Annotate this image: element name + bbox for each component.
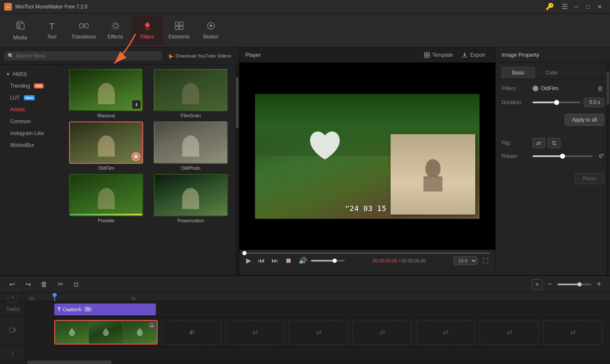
property-tabs: Basic Color — [496, 63, 610, 79]
prev-button[interactable]: ⏮ — [256, 256, 266, 265]
filter-blackcat[interactable]: ⬇ Blackcat — [66, 69, 147, 118]
filter-pixelate-thumb[interactable] — [69, 174, 143, 216]
reset-button[interactable]: Reset — [575, 173, 604, 184]
zoom-in-button[interactable]: + — [594, 279, 604, 290]
audio-track-label: ♪ — [0, 345, 25, 361]
stop-button[interactable]: ⏹ — [283, 256, 294, 265]
menu-button[interactable]: ☰ — [559, 3, 570, 11]
category-artistic[interactable]: Artistic — [0, 104, 61, 116]
right-panel-scrollbar[interactable] — [607, 63, 609, 275]
category-all[interactable]: ▼ All(83) — [0, 68, 61, 80]
filters-property-section: Filters: OldFilm 🗑 Duration: 5.0 s — [496, 79, 610, 133]
add-track-row[interactable]: + — [0, 293, 25, 301]
tool-elements[interactable]: Elements — [163, 16, 195, 45]
apply-to-all-button[interactable]: Apply to all — [565, 114, 604, 126]
cut-button[interactable]: ✂ — [54, 279, 66, 290]
player-header: Player Template Export — [239, 47, 495, 63]
tab-color[interactable]: Color — [535, 67, 568, 79]
ruler-0s: 0s — [30, 296, 34, 301]
empty-slot-7[interactable]: ⇄ — [543, 320, 602, 345]
crop-button[interactable]: ⊡ — [70, 279, 82, 290]
empty-slot-5[interactable]: ⇄ — [416, 320, 475, 345]
volume-slider[interactable] — [311, 260, 345, 262]
empty-slot-4[interactable]: ⇄ — [352, 320, 412, 345]
filter-pixelate[interactable]: Pixelate — [66, 174, 147, 223]
aspect-ratio-select[interactable]: 16:9 — [454, 256, 477, 265]
duration-controls: 5.0 s — [532, 98, 604, 107]
volume-dot — [333, 259, 337, 263]
filter-posterization[interactable]: Posterization — [150, 174, 232, 223]
redo-button[interactable]: ↪ — [22, 279, 34, 290]
delete-button[interactable]: 🗑 — [38, 279, 50, 290]
filter-dot-icon — [532, 85, 538, 91]
tool-effects[interactable]: Effects — [100, 16, 131, 45]
vid-thumb-1 — [55, 321, 89, 344]
tool-text[interactable]: T Text — [36, 16, 68, 45]
tool-media[interactable]: Media — [4, 16, 36, 45]
svg-rect-5 — [80, 24, 83, 28]
filter-oldphoto-thumb[interactable] — [154, 121, 228, 164]
filter-search-header: 🔍 ▶ Download YouTube Videos — [0, 47, 239, 65]
filter-grid: ⬇ Blackcat FilmGrain — [61, 65, 236, 275]
filter-filmgrain-thumb[interactable] — [154, 69, 228, 111]
search-box[interactable]: 🔍 — [4, 51, 162, 61]
empty-slot-1[interactable]: ⇄ ⬇ — [162, 320, 221, 345]
empty-slot-2[interactable]: ⇄ — [225, 320, 285, 345]
duration-slider[interactable] — [532, 102, 580, 103]
add-track-button[interactable]: + — [532, 279, 542, 290]
effects-icon — [111, 21, 121, 32]
flip-horizontal-button[interactable]: ⇄ — [532, 138, 545, 148]
caption-track-item[interactable]: T Caption5 5s — [54, 303, 156, 315]
tool-transitions[interactable]: Transitions — [68, 16, 100, 45]
fullscreen-button[interactable]: ⛶ — [481, 256, 490, 265]
filter-oldfilm-thumb[interactable]: + — [69, 121, 143, 164]
filter-filmgrain[interactable]: FilmGrain — [150, 69, 232, 118]
minimize-button[interactable]: ─ — [570, 1, 582, 13]
timeline-scrollbar[interactable] — [25, 361, 610, 364]
export-button[interactable]: Export — [457, 50, 489, 60]
timeline-tracks[interactable]: 0s 5s T Caption5 5s — [25, 293, 610, 361]
close-button[interactable]: ✕ — [594, 1, 606, 13]
add-track-icon[interactable]: + — [8, 293, 18, 302]
flip-label: Flip: — [502, 140, 529, 146]
zoom-slider[interactable] — [557, 284, 591, 285]
search-input[interactable] — [16, 53, 159, 59]
app-title: MiniTool MovieMaker Free 7.2.0 — [15, 4, 546, 10]
zoom-out-button[interactable]: − — [545, 279, 555, 290]
elements-icon — [174, 21, 184, 32]
svg-rect-6 — [85, 24, 88, 28]
empty-slot-6[interactable]: ⇄ — [480, 320, 539, 345]
play-button[interactable]: ▶ — [244, 256, 253, 265]
tab-basic[interactable]: Basic — [502, 67, 535, 79]
tool-motion[interactable]: Motion — [195, 16, 227, 45]
flip-vertical-button[interactable]: ⇅ — [548, 138, 560, 148]
volume-button[interactable]: 🔊 — [297, 256, 309, 265]
template-button[interactable]: Template — [419, 50, 458, 60]
category-motionblur[interactable]: MotionBlur — [0, 139, 61, 151]
caption-t-icon: T — [58, 306, 61, 312]
category-trending[interactable]: Trending Hot — [0, 80, 61, 92]
track1-text: Track1 — [6, 306, 20, 312]
filter-posterization-thumb[interactable] — [154, 174, 228, 216]
tool-filters[interactable]: Filters — [131, 16, 163, 45]
category-common[interactable]: Common — [0, 116, 61, 127]
flip-controls: ⇄ ⇅ — [532, 138, 560, 148]
undo-button[interactable]: ↩ — [6, 279, 18, 290]
filter-oldphoto[interactable]: OldPhoto — [150, 121, 232, 171]
maximize-button[interactable]: □ — [582, 1, 594, 13]
download-youtube-btn[interactable]: ▶ Download YouTube Videos — [166, 51, 235, 61]
category-lut[interactable]: LUT New — [0, 92, 61, 104]
progress-bar[interactable] — [244, 252, 490, 254]
filter-oldfilm[interactable]: + OldFilm — [66, 121, 147, 171]
empty-slot-3[interactable]: ⇄ — [289, 320, 348, 345]
filter-blackcat-thumb[interactable]: ⬇ — [69, 69, 143, 111]
transitions-icon — [79, 21, 89, 32]
track-labels: + Track1 ♪ — [0, 293, 25, 361]
category-instagram[interactable]: Instagram-Like — [0, 127, 61, 139]
playhead[interactable] — [54, 293, 55, 301]
rotate-slider[interactable] — [532, 155, 593, 157]
next-button[interactable]: ⏭ — [270, 256, 280, 265]
delete-filter-button[interactable]: 🗑 — [596, 84, 604, 93]
video-clip[interactable]: ☁ — [54, 320, 158, 345]
filter-scrollbar[interactable] — [236, 65, 239, 275]
